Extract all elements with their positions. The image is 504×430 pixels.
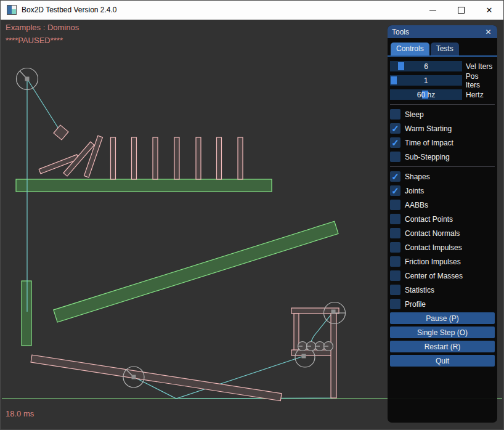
contact-normals-label: Contact Normals <box>405 229 460 238</box>
checkmark-icon: ✓ <box>391 186 399 195</box>
contact-impulses-checkbox[interactable] <box>390 242 400 253</box>
separator <box>390 104 495 105</box>
joint-anchor <box>302 354 306 359</box>
tab-tests[interactable]: Tests <box>431 43 459 55</box>
button-section: Pause (P)Single Step (O)Restart (R)Quit <box>390 312 495 367</box>
hertz-label: Hertz <box>466 91 484 99</box>
aabbs-label: AABBs <box>405 201 428 209</box>
restart-button[interactable]: Restart (R) <box>390 341 495 352</box>
contact-normals-checkbox[interactable] <box>390 228 400 238</box>
center-of-masses-label: Center of Masses <box>405 272 463 280</box>
single-step-button[interactable]: Single Step (O) <box>390 327 495 338</box>
shapes-checkbox[interactable]: ✓ <box>390 171 400 182</box>
close-button[interactable]: ✕ <box>475 1 503 19</box>
tools-panel-titlebar[interactable]: Tools ✕ <box>388 25 497 38</box>
angled-green-plank <box>54 221 338 322</box>
checkmark-icon: ✓ <box>391 138 399 147</box>
sleep-checkbox[interactable] <box>390 109 400 120</box>
checkbox-row-warm-starting[interactable]: ✓Warm Starting <box>390 121 495 136</box>
pause-button[interactable]: Pause (P) <box>390 312 495 324</box>
checkbox-row-contact-normals[interactable]: Contact Normals <box>390 226 495 240</box>
joint-anchor <box>25 77 30 81</box>
fallen-domino <box>84 136 102 177</box>
contact-points-label: Contact Points <box>405 215 453 224</box>
warm-starting-label: Warm Starting <box>405 124 452 133</box>
tab-controls[interactable]: Controls <box>391 43 429 55</box>
warm-starting-checkbox[interactable]: ✓ <box>390 123 400 134</box>
checkbox-row-aabbs[interactable]: AABBs <box>390 198 495 212</box>
checkbox-row-statistics[interactable]: Statistics <box>390 283 495 297</box>
joint-anchor <box>132 375 136 379</box>
profile-label: Profile <box>405 300 426 309</box>
statistics-label: Statistics <box>405 286 434 294</box>
tools-panel-title: Tools <box>392 28 484 36</box>
checkbox-row-time-of-impact[interactable]: ✓Time of Impact <box>390 136 495 150</box>
hertz-slider[interactable]: 60 hz <box>390 89 462 100</box>
seesaw-plank <box>31 355 282 401</box>
frame-time-label: 18.0 ms <box>6 409 34 418</box>
checkbox-row-friction-impulses[interactable]: Friction Impulses <box>390 254 495 269</box>
minimize-button[interactable] <box>418 1 447 19</box>
vel-iters-label: Vel Iters <box>466 62 492 71</box>
joints-checkbox[interactable]: ✓ <box>390 185 400 196</box>
quit-button[interactable]: Quit <box>390 355 495 367</box>
app-icon <box>7 5 17 15</box>
checkbox-row-sub-stepping[interactable]: Sub-Stepping <box>390 150 495 164</box>
checkbox-row-shapes[interactable]: ✓Shapes <box>390 169 495 184</box>
joint-pendulum-diagonal <box>27 79 61 132</box>
sleep-label: Sleep <box>405 110 424 119</box>
maximize-icon <box>458 7 465 14</box>
frame-right-leg <box>331 314 336 398</box>
joints-label: Joints <box>405 187 424 195</box>
pos-iters-label: Pos Iters <box>466 72 495 89</box>
vel-iters-value: 6 <box>390 61 462 71</box>
standing-domino <box>132 137 137 179</box>
statistics-checkbox[interactable] <box>390 285 400 295</box>
slider-row-pos-iters: 1Pos Iters <box>390 73 495 87</box>
joint-anchor <box>331 310 336 314</box>
standing-domino <box>238 137 243 179</box>
tab-bar: ControlsTests <box>388 38 497 55</box>
checkbox-row-profile[interactable]: Profile <box>390 297 495 311</box>
window-title: Box2D Testbed Version 2.4.0 <box>22 6 117 14</box>
center-of-masses-checkbox[interactable] <box>390 270 400 281</box>
pos-iters-value: 1 <box>390 75 462 86</box>
tools-panel: Tools ✕ ControlsTests 6Vel Iters1Pos Ite… <box>388 25 497 423</box>
hertz-value: 60 hz <box>390 89 462 100</box>
vel-iters-slider[interactable]: 6 <box>390 61 462 71</box>
pos-iters-slider[interactable]: 1 <box>390 75 462 86</box>
checkbox-row-joints[interactable]: ✓Joints <box>390 184 495 198</box>
standing-domino <box>196 137 201 179</box>
window-titlebar[interactable]: Box2D Testbed Version 2.4.0 ✕ <box>1 1 503 20</box>
slider-section: 6Vel Iters1Pos Iters60 hzHertz <box>390 59 495 102</box>
standing-domino <box>111 137 116 179</box>
pendulum-bob <box>54 125 68 140</box>
standing-domino <box>174 137 179 179</box>
sub-stepping-label: Sub-Stepping <box>405 153 450 161</box>
minimize-icon <box>429 10 436 10</box>
paused-label: ****PAUSED**** <box>6 36 63 45</box>
slider-row-hertz: 60 hzHertz <box>390 87 495 102</box>
standing-domino <box>153 137 158 179</box>
time-of-impact-label: Time of Impact <box>405 139 453 147</box>
aabbs-checkbox[interactable] <box>390 200 400 210</box>
checkbox-row-sleep[interactable]: Sleep <box>390 107 495 121</box>
app-window: Box2D Testbed Version 2.4.0 ✕ <box>0 0 504 430</box>
tools-panel-close-icon[interactable]: ✕ <box>484 28 493 36</box>
time-of-impact-checkbox[interactable]: ✓ <box>390 137 400 148</box>
profile-checkbox[interactable] <box>390 299 400 309</box>
friction-impulses-label: Friction Impulses <box>405 258 461 266</box>
sub-stepping-checkbox[interactable] <box>390 152 400 162</box>
standing-domino <box>217 137 222 179</box>
checkbox-row-contact-impulses[interactable]: Contact Impulses <box>390 240 495 254</box>
friction-impulses-checkbox[interactable] <box>390 256 400 267</box>
vertical-green-block <box>22 281 31 346</box>
maximize-button[interactable] <box>447 1 475 19</box>
checkbox-row-contact-points[interactable]: Contact Points <box>390 212 495 226</box>
example-label: Examples : Dominos <box>6 23 79 32</box>
contact-points-checkbox[interactable] <box>390 214 400 224</box>
checkbox-group-draw: ✓Shapes✓JointsAABBsContact PointsContact… <box>390 169 495 311</box>
checkbox-row-center-of-masses[interactable]: Center of Masses <box>390 269 495 283</box>
shapes-label: Shapes <box>405 172 430 181</box>
close-icon: ✕ <box>486 6 493 14</box>
